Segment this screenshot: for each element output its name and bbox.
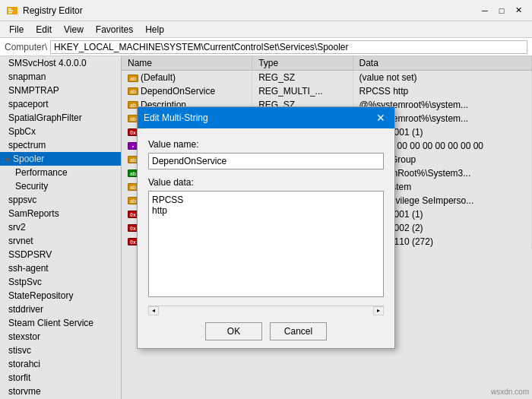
menu-favorites[interactable]: Favorites xyxy=(90,23,139,36)
svg-rect-3 xyxy=(8,12,12,14)
menu-file[interactable]: File xyxy=(3,23,30,36)
dialog-buttons: OK Cancel xyxy=(148,322,384,340)
value-data-wrapper xyxy=(148,191,384,299)
value-name-label: Value name: xyxy=(148,139,384,150)
minimize-button[interactable]: ─ xyxy=(477,3,492,18)
value-data-label: Value data: xyxy=(148,177,384,188)
cancel-button[interactable]: Cancel xyxy=(270,322,327,340)
svg-rect-1 xyxy=(8,8,11,10)
scroll-left-arrow[interactable]: ◂ xyxy=(148,306,159,315)
dialog-body: Value name: Value data: ◂ ▸ OK Cancel xyxy=(138,128,394,348)
value-data-textarea[interactable] xyxy=(148,191,384,297)
ok-button[interactable]: OK xyxy=(205,322,262,340)
maximize-button[interactable]: □ xyxy=(494,3,509,18)
modal-overlay: Edit Multi-String ✕ Value name: Value da… xyxy=(0,56,532,399)
menu-bar: File Edit View Favorites Help xyxy=(0,21,532,38)
menu-view[interactable]: View xyxy=(58,23,90,36)
dialog-close-button[interactable]: ✕ xyxy=(373,110,388,125)
address-label: Computer\ xyxy=(5,42,47,52)
dialog-hscrollbar: ◂ ▸ xyxy=(148,306,384,315)
title-bar-text: Registry Editor xyxy=(23,5,83,16)
svg-rect-2 xyxy=(8,10,13,11)
menu-edit[interactable]: Edit xyxy=(30,23,58,36)
title-bar: Registry Editor ─ □ ✕ xyxy=(0,0,532,21)
title-bar-controls: ─ □ ✕ xyxy=(477,3,526,18)
menu-help[interactable]: Help xyxy=(139,23,170,36)
address-input[interactable] xyxy=(50,40,527,54)
value-name-input[interactable] xyxy=(148,153,384,169)
address-bar: Computer\ xyxy=(0,38,532,56)
main-area: SMSvcHost 4.0.0.0snapmanSNMPTRAPspacepor… xyxy=(0,56,532,399)
dialog-title-bar: Edit Multi-String ✕ xyxy=(138,107,394,128)
dialog-title: Edit Multi-String xyxy=(144,112,208,123)
close-button[interactable]: ✕ xyxy=(511,3,526,18)
scroll-right-arrow[interactable]: ▸ xyxy=(373,306,384,315)
registry-icon xyxy=(6,5,18,17)
edit-multistring-dialog: Edit Multi-String ✕ Value name: Value da… xyxy=(137,106,395,349)
